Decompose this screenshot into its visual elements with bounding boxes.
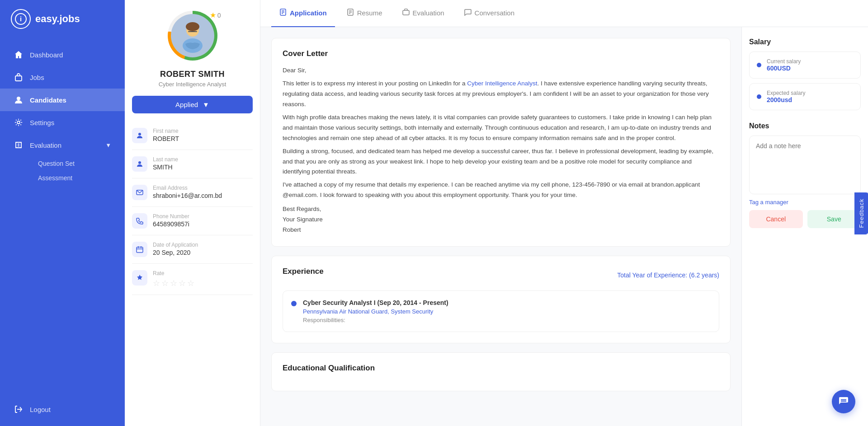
star-1[interactable]: ☆ [153,278,160,288]
tab-resume[interactable]: Resume [339,0,391,27]
profile-star-rating: ★ 0 [210,11,221,19]
analyst-link[interactable]: Cyber Intelligence Analyst [467,80,537,87]
sidebar-item-logout-label: Logout [30,406,51,413]
date-value: 20 Sep, 2020 [153,249,198,256]
first-name-icon [132,128,147,143]
date-field: Date of Application 20 Sep, 2020 [132,235,253,264]
phone-label: Phone Number [153,213,189,220]
expected-salary-label: Expected salary [767,90,805,96]
sidebar-item-settings-label: Settings [30,119,54,126]
sidebar-item-jobs[interactable]: Jobs [0,66,125,89]
experience-item: Cyber Security Analyst I (Sep 20, 2014 -… [283,290,719,332]
home-icon [14,50,24,60]
experience-years: Total Year of Experience: (6.2 years) [617,272,719,279]
profile-panel: ★ 0 ROBERT SMITH Cyber Intelligence Anal… [125,0,260,426]
chevron-down-icon: ▼ [105,142,111,149]
tabs-bar: Application Resume Evaluation Conversati… [260,0,868,27]
candidates-icon [14,95,24,105]
star-2[interactable]: ☆ [161,278,169,288]
education-card: Educational Qualification [271,352,731,391]
tab-application[interactable]: Application [271,0,335,27]
rate-label: Rate [153,270,194,276]
sidebar-item-evaluation[interactable]: Evaluation ▼ Question Set Assessment [0,134,125,192]
exp-resp: Responsibilities: [303,317,448,323]
avatar-wrapper: ★ 0 [168,11,217,61]
cover-letter-greeting: Dear Sir, [283,66,719,76]
exp-job-title: Cyber Security Analyst I (Sep 20, 2014 -… [303,299,448,306]
last-name-field: Last name SMITH [132,150,253,178]
experience-details: Cyber Security Analyst I (Sep 20, 2014 -… [303,299,448,323]
star-3[interactable]: ☆ [170,278,177,288]
star-5[interactable]: ☆ [187,278,194,288]
sidebar-nav: Dashboard Jobs Candidates Settings Evalu… [0,38,125,426]
application-tab-icon [279,9,287,18]
tab-application-label: Application [290,9,327,17]
cover-letter-text: Dear Sir, This letter is to express my i… [283,66,719,235]
svg-rect-2 [15,76,22,81]
chat-fab-button[interactable] [832,390,855,413]
svg-point-10 [138,133,141,136]
cover-letter-card: Cover Letter Dear Sir, This letter is to… [271,38,731,247]
phone-field: Phone Number 6458909857i [132,207,253,235]
content-area: Cover Letter Dear Sir, This letter is to… [260,27,868,426]
email-field: Email Address shraboni+16@ar.com.bd [132,178,253,207]
save-button[interactable]: Save [807,210,861,228]
rate-stars[interactable]: ☆ ☆ ☆ ☆ ☆ [153,278,194,288]
sidebar-item-candidates[interactable]: Candidates [0,89,125,111]
conversation-tab-icon [464,9,472,18]
avatar [171,14,214,57]
svg-rect-13 [137,247,143,253]
expected-salary-card: Expected salary 2000usd [749,83,861,110]
feedback-tab[interactable]: Feedback [854,192,868,234]
sidebar-item-assessment[interactable]: Assessment [38,171,111,185]
cover-letter-title: Cover Letter [283,49,719,58]
tab-conversation-label: Conversation [475,9,514,17]
tab-conversation[interactable]: Conversation [456,0,523,27]
cover-letter-closing: Best Regards,Your SignatureRobert [283,204,719,235]
total-years: (6.2 years) [689,272,719,279]
sidebar: i easy.jobs Dashboard Jobs Candidates [0,0,125,426]
logo-icon: i [11,9,31,29]
sidebar-item-candidates-label: Candidates [30,96,66,104]
sidebar-item-evaluation-label: Evaluation [30,141,61,149]
resume-tab-icon [347,9,354,18]
expected-salary-value: 2000usd [767,96,805,103]
experience-card: Experience Total Year of Experience: (6.… [271,256,731,343]
logout-icon [14,404,24,414]
notes-section: Notes Tag a manager Cancel Save [749,122,861,228]
sidebar-item-settings[interactable]: Settings [0,111,125,134]
experience-dot [291,301,297,306]
phone-value: 6458909857i [153,220,189,228]
sidebar-item-dashboard[interactable]: Dashboard [0,43,125,66]
email-value: shraboni+16@ar.com.bd [153,192,222,199]
salary-title: Salary [749,38,861,46]
sidebar-item-jobs-label: Jobs [30,74,44,81]
rate-field: Rate ☆ ☆ ☆ ☆ ☆ [132,264,253,295]
status-dropdown[interactable]: Applied ▼ [132,96,253,113]
tab-resume-label: Resume [357,9,382,17]
sidebar-bottom: Logout [0,398,125,421]
experience-header: Experience Total Year of Experience: (6.… [283,267,719,283]
tag-manager-link[interactable]: Tag a manager [749,199,861,206]
notes-input[interactable] [749,136,861,194]
svg-point-11 [138,161,141,164]
profile-fields: First name ROBERT Last name SMITH Email … [132,122,253,295]
date-icon [132,242,147,257]
current-salary-card: Current salary 600USD [749,51,861,79]
cancel-button[interactable]: Cancel [749,210,803,228]
svg-point-7 [186,22,199,31]
star-count: 0 [217,12,221,19]
current-salary-value: 600USD [767,65,801,72]
evaluation-tab-icon [402,9,410,18]
education-title: Educational Qualification [283,364,719,373]
star-4[interactable]: ☆ [179,278,186,288]
svg-rect-16 [403,10,409,15]
dropdown-chevron-icon: ▼ [203,101,209,108]
email-label: Email Address [153,185,222,191]
sidebar-item-logout[interactable]: Logout [0,398,125,421]
logo-text: easy.jobs [35,13,80,25]
main-content: Application Resume Evaluation Conversati… [260,0,868,426]
svg-point-3 [17,97,20,100]
tab-evaluation[interactable]: Evaluation [394,0,453,27]
sidebar-item-question-set[interactable]: Question Set [38,156,111,171]
